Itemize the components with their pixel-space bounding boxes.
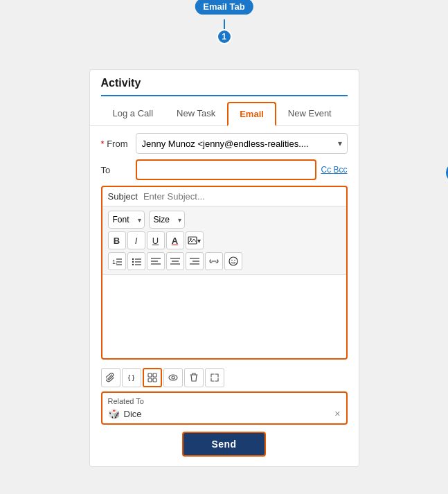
annotation-fill-in-to: 2 Fill In To [446,163,449,182]
email-tab-tooltip: Email Tab [195,0,253,15]
toolbar-row1: Font Size [108,211,341,229]
from-select-wrapper: Jenny Munoz <jenny@endless-realities.... [136,133,348,154]
svg-point-7 [132,261,133,263]
image-btn[interactable]: ▾ [186,231,204,249]
svg-point-21 [229,257,238,265]
align-left-btn[interactable] [147,252,165,270]
bottom-toolbar: { } [101,365,348,391]
code-btn[interactable]: { } [122,368,141,387]
compose-body[interactable] [102,275,346,358]
text-color-btn[interactable]: A [166,231,184,249]
cc-bcc-links[interactable]: Cc Bcc [321,165,347,175]
send-row: Send [101,432,348,457]
expand-btn[interactable] [205,368,224,387]
related-to-clear[interactable]: × [334,408,340,419]
svg-point-1 [190,238,191,240]
align-center-btn[interactable] [166,252,184,270]
panel-body: From Jenny Munoz <jenny@endless-realitie… [90,126,359,466]
tooltip-number-1: 1 [217,29,232,44]
email-compose-area: Subject Font [101,186,348,360]
svg-rect-26 [148,378,152,382]
svg-point-28 [169,375,177,380]
to-row: To Cc Bcc [101,159,348,180]
delete-btn[interactable] [184,368,204,387]
preview-btn[interactable] [163,368,183,387]
tab-log-call[interactable]: Log a Call [101,102,165,126]
bold-btn[interactable]: B [108,231,126,249]
to-label: To [101,165,136,175]
size-select[interactable]: Size [149,211,185,229]
link-btn[interactable] [205,252,223,270]
bullet-list-btn[interactable] [127,252,145,270]
tabs-row: Log a Call New Task Email New Event [101,102,348,126]
from-select[interactable]: Jenny Munoz <jenny@endless-realities.... [136,133,348,154]
svg-point-23 [234,260,235,261]
tab-new-event[interactable]: New Event [276,102,343,126]
activity-panel: Activity Log a Call New Task Email New E… [89,69,359,467]
panel-header: Activity Log a Call New Task Email New E… [90,70,359,126]
subject-input[interactable] [143,187,341,206]
svg-point-29 [172,376,174,379]
toolbar-row3: 1. [108,252,341,270]
panel-title: Activity [101,77,348,95]
font-select-wrapper: Font [108,211,145,229]
subject-label: Subject [108,191,138,202]
toolbar-row2: B I U A ▾ [108,231,341,249]
underline-btn[interactable]: U [147,231,165,249]
toolbar-area: Font Size B I U [102,206,346,275]
from-label: From [101,139,136,149]
tab-email[interactable]: Email [227,102,276,126]
svg-point-22 [231,260,233,261]
to-input[interactable] [136,159,317,180]
svg-rect-24 [148,373,152,377]
annotation-2-fill-in-to: 2 Fill In To [446,172,449,173]
related-to-value: 🎲 Dice × [108,408,341,419]
svg-rect-27 [153,378,156,382]
related-to-section: Related To 🎲 Dice × [101,391,348,425]
svg-point-6 [132,258,133,260]
ordered-list-btn[interactable]: 1. [108,252,126,270]
subject-row: Subject [102,187,346,206]
italic-btn[interactable]: I [127,231,145,249]
size-select-wrapper: Size [149,211,185,229]
send-button[interactable]: Send [182,432,265,457]
emoji-btn[interactable] [224,252,242,270]
template-btn[interactable] [143,368,162,387]
related-dice-icon: 🎲 [108,408,120,419]
related-to-label: Related To [108,397,341,405]
page-wrapper: Email Tab 1 Activity Log a Call New Task… [14,14,434,494]
from-row: From Jenny Munoz <jenny@endless-realitie… [101,133,348,154]
align-right-btn[interactable] [186,252,204,270]
font-select[interactable]: Font [108,211,145,229]
svg-point-8 [132,264,133,265]
related-to-text: Dice [124,409,331,419]
svg-rect-25 [153,373,156,377]
tab-new-task[interactable]: New Task [165,102,227,126]
attach-btn[interactable] [101,368,120,387]
